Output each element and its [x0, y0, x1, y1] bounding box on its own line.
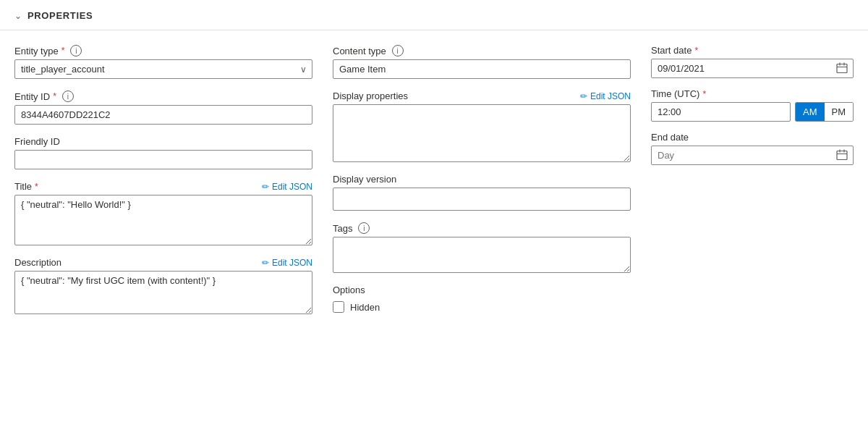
pm-button[interactable]: PM [825, 103, 854, 121]
section-header: ⌄ PROPERTIES [0, 0, 868, 30]
display-properties-edit-json-btn[interactable]: ✏ Edit JSON [580, 91, 631, 101]
am-button[interactable]: AM [796, 103, 825, 121]
time-row: AM PM [651, 102, 854, 122]
end-date-input-wrapper [651, 146, 854, 165]
display-version-label: Display version [333, 174, 631, 185]
display-version-input[interactable] [333, 188, 631, 211]
content-type-field: Content type i [333, 45, 631, 79]
start-date-field: Start date * [651, 45, 854, 78]
right-column: Start date * [651, 45, 854, 165]
entity-type-required: * [61, 46, 65, 56]
time-utc-label: Time (UTC) * [651, 88, 854, 99]
tags-label: Tags i [333, 222, 631, 234]
hidden-label: Hidden [350, 302, 380, 313]
title-textarea[interactable]: { "neutral": "Hello World!" } [14, 195, 312, 245]
content-type-label: Content type i [333, 45, 631, 56]
section-title: PROPERTIES [27, 10, 93, 21]
start-date-required: * [694, 46, 698, 56]
options-field: Options Hidden [333, 285, 631, 313]
entity-type-select-wrapper: title_player_account master_player_accou… [14, 59, 312, 79]
entity-id-field: Entity ID * i [14, 91, 312, 125]
am-pm-group: AM PM [795, 102, 854, 122]
title-label: Title * ✏ Edit JSON [14, 181, 312, 192]
left-column: Entity type * i title_player_account mas… [14, 45, 333, 314]
entity-id-info-icon[interactable]: i [62, 91, 74, 102]
content-type-input[interactable] [333, 59, 631, 79]
title-edit-json-btn[interactable]: ✏ Edit JSON [262, 182, 312, 192]
tags-field: Tags i [333, 222, 631, 273]
entity-type-info-icon[interactable]: i [70, 45, 82, 56]
end-date-label: End date [651, 132, 854, 143]
time-utc-required: * [702, 89, 706, 99]
end-date-input[interactable] [651, 146, 854, 165]
description-edit-icon: ✏ [262, 258, 269, 268]
start-date-label: Start date * [651, 45, 854, 56]
display-version-field: Display version [333, 174, 631, 211]
entity-type-select[interactable]: title_player_account master_player_accou… [14, 59, 312, 79]
mid-column: Content type i Display properties ✏ Edit… [333, 45, 651, 313]
display-properties-textarea[interactable] [333, 104, 631, 162]
content-type-info-icon[interactable]: i [392, 45, 404, 56]
end-date-field: End date [651, 132, 854, 165]
display-properties-field: Display properties ✏ Edit JSON [333, 91, 631, 162]
hidden-checkbox-row: Hidden [333, 301, 631, 313]
display-properties-edit-icon: ✏ [580, 91, 587, 101]
tags-textarea[interactable] [333, 237, 631, 273]
collapse-chevron[interactable]: ⌄ [14, 11, 22, 21]
tags-info-icon[interactable]: i [358, 222, 370, 234]
entity-type-field: Entity type * i title_player_account mas… [14, 45, 312, 79]
entity-id-label: Entity ID * i [14, 91, 312, 102]
description-field: Description ✏ Edit JSON { "neutral": "My… [14, 257, 312, 314]
description-edit-json-btn[interactable]: ✏ Edit JSON [262, 258, 312, 268]
description-label: Description ✏ Edit JSON [14, 257, 312, 268]
title-required: * [35, 182, 38, 192]
entity-id-input[interactable] [14, 105, 312, 125]
friendly-id-input[interactable] [14, 150, 312, 169]
friendly-id-field: Friendly ID [14, 136, 312, 169]
time-input[interactable] [651, 102, 791, 122]
display-properties-label: Display properties ✏ Edit JSON [333, 91, 631, 101]
title-edit-icon: ✏ [262, 182, 269, 192]
properties-panel: ⌄ PROPERTIES Entity type * i title_playe… [0, 0, 868, 446]
title-field: Title * ✏ Edit JSON { "neutral": "Hello … [14, 181, 312, 245]
description-textarea[interactable]: { "neutral": "My first UGC item (with co… [14, 271, 312, 314]
start-date-input[interactable] [651, 59, 854, 78]
hidden-checkbox[interactable] [333, 301, 344, 313]
friendly-id-label: Friendly ID [14, 136, 312, 147]
start-date-input-wrapper [651, 59, 854, 78]
properties-body: Entity type * i title_player_account mas… [0, 30, 868, 329]
entity-id-required: * [53, 91, 56, 101]
options-label: Options [333, 285, 631, 295]
time-utc-field: Time (UTC) * AM PM [651, 88, 854, 122]
entity-type-label: Entity type * i [14, 45, 312, 56]
